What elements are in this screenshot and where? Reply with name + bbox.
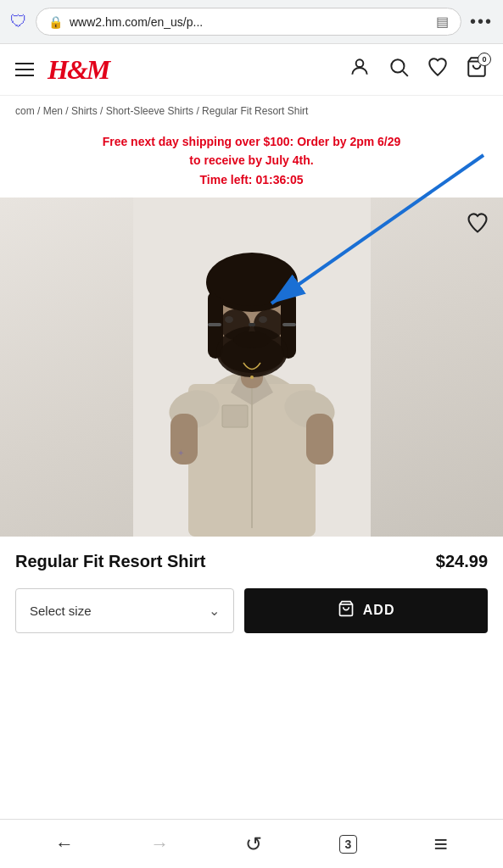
svg-point-31 [233, 331, 271, 348]
svg-rect-25 [208, 323, 221, 326]
size-select-label: Select size [30, 604, 92, 618]
svg-point-28 [259, 316, 267, 323]
product-image: ✦ [0, 198, 503, 537]
browser-menu-button[interactable]: ≡ [434, 831, 448, 858]
cart-icon[interactable]: 0 [466, 56, 488, 83]
browser-chrome: 🛡 🔒 www2.hm.com/en_us/p... ▤ ••• [0, 0, 503, 44]
size-select-dropdown[interactable]: Select size ⌄ [15, 588, 234, 633]
svg-rect-14 [222, 405, 248, 427]
product-image-area: ✦ [0, 198, 503, 537]
breadcrumb: com / Men / Shirts / Short-Sleeve Shirts… [0, 96, 503, 124]
wishlist-product-icon[interactable] [466, 211, 489, 241]
cart-count-badge: 0 [478, 53, 491, 66]
bottom-browser-nav: ← → ↺ 3 ≡ [0, 819, 503, 868]
forward-button[interactable]: → [150, 833, 169, 855]
promo-line2: to receive by July 4th. [15, 151, 488, 170]
hamburger-menu[interactable] [15, 63, 34, 76]
svg-rect-12 [170, 414, 198, 465]
promo-line1: Free next day shipping over $100: Order … [15, 132, 488, 151]
reload-button[interactable]: ↺ [245, 832, 262, 856]
hm-logo[interactable]: H&M [48, 56, 109, 83]
svg-point-21 [208, 255, 296, 306]
header-icons: 0 [349, 56, 488, 83]
svg-line-2 [403, 71, 408, 76]
svg-point-27 [225, 316, 233, 323]
add-button-label: ADD [363, 603, 395, 618]
browser-menu-dots[interactable]: ••• [470, 12, 493, 31]
svg-text:✦: ✦ [177, 448, 184, 458]
lock-icon: 🔒 [48, 15, 63, 29]
shield-icon: 🛡 [10, 12, 27, 31]
promo-banner: Free next day shipping over $100: Order … [0, 124, 503, 198]
search-icon[interactable] [388, 56, 410, 83]
address-bar[interactable]: 🔒 www2.hm.com/en_us/p... ▤ [36, 8, 461, 36]
product-title: Regular Fit Resort Shirt [15, 552, 205, 571]
add-to-cart-section: Select size ⌄ ADD [0, 580, 503, 650]
site-header: H&M 0 [0, 44, 503, 96]
chevron-down-icon: ⌄ [209, 603, 220, 619]
svg-point-1 [391, 59, 404, 72]
svg-rect-24 [249, 323, 255, 326]
product-price: $24.99 [436, 552, 488, 571]
back-button[interactable]: ← [55, 833, 74, 855]
svg-point-33 [250, 376, 254, 379]
url-text: www2.hm.com/en_us/p... [70, 15, 429, 29]
bag-icon [338, 600, 355, 621]
wishlist-header-icon[interactable] [427, 56, 449, 83]
user-icon[interactable] [349, 56, 371, 83]
svg-point-0 [356, 59, 364, 67]
header-left: H&M [15, 56, 109, 83]
tab-count[interactable]: 3 [339, 835, 358, 854]
svg-rect-26 [282, 323, 296, 326]
page-icon: ▤ [436, 14, 449, 30]
product-info: Regular Fit Resort Shirt $24.99 [0, 537, 503, 580]
add-to-cart-button[interactable]: ADD [244, 588, 488, 633]
promo-line3: Time left: 01:36:05 [15, 170, 488, 189]
svg-rect-13 [306, 414, 333, 465]
